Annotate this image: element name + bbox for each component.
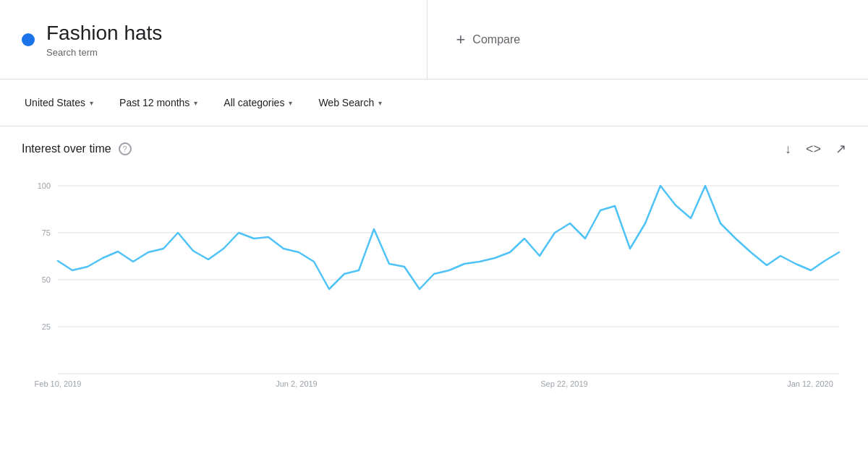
y-label-75: 75 bbox=[42, 228, 51, 237]
time-label: Past 12 months bbox=[119, 97, 190, 108]
compare-label: Compare bbox=[472, 33, 520, 46]
compare-button[interactable]: + Compare bbox=[456, 30, 521, 49]
help-icon-label: ? bbox=[123, 145, 127, 153]
y-label-25: 25 bbox=[42, 322, 51, 331]
search-term-title: Fashion hats bbox=[46, 21, 162, 46]
x-label-feb: Feb 10, 2019 bbox=[35, 379, 82, 388]
search-term-label: Search term bbox=[46, 47, 162, 58]
chart-title: Interest over time bbox=[22, 142, 111, 155]
trend-line bbox=[58, 186, 839, 289]
chart-section: Interest over time ? ↓ <> ↗ 100 75 50 bbox=[0, 126, 868, 395]
search-term-section: Fashion hats Search term bbox=[0, 0, 427, 79]
location-label: United States bbox=[25, 97, 85, 108]
term-color-dot bbox=[22, 33, 35, 46]
help-icon[interactable]: ? bbox=[119, 142, 132, 155]
x-label-jan: Jan 12, 2020 bbox=[787, 379, 833, 388]
y-label-50: 50 bbox=[42, 275, 51, 284]
category-filter[interactable]: All categories ▾ bbox=[213, 91, 302, 114]
chart-header: Interest over time ? ↓ <> ↗ bbox=[22, 141, 846, 157]
term-info: Fashion hats Search term bbox=[46, 21, 162, 58]
interest-chart: 100 75 50 25 Feb 10, 2019 Jun 2, 2019 Se… bbox=[22, 171, 846, 388]
x-label-sep: Sep 22, 2019 bbox=[540, 379, 587, 388]
time-chevron-icon: ▾ bbox=[194, 99, 197, 107]
header: Fashion hats Search term + Compare bbox=[0, 0, 868, 80]
chart-title-row: Interest over time ? bbox=[22, 142, 132, 155]
share-icon[interactable]: ↗ bbox=[835, 141, 846, 157]
x-label-jun: Jun 2, 2019 bbox=[276, 379, 318, 388]
category-label: All categories bbox=[224, 97, 284, 108]
search-type-chevron-icon: ▾ bbox=[378, 99, 382, 107]
location-filter[interactable]: United States ▾ bbox=[14, 91, 103, 114]
chart-container: 100 75 50 25 Feb 10, 2019 Jun 2, 2019 Se… bbox=[22, 171, 846, 388]
chart-actions: ↓ <> ↗ bbox=[785, 141, 846, 157]
y-label-100: 100 bbox=[38, 181, 51, 190]
search-type-filter[interactable]: Web Search ▾ bbox=[308, 91, 392, 114]
time-filter[interactable]: Past 12 months ▾ bbox=[109, 91, 208, 114]
filters-bar: United States ▾ Past 12 months ▾ All cat… bbox=[0, 80, 868, 126]
download-icon[interactable]: ↓ bbox=[785, 142, 791, 157]
location-chevron-icon: ▾ bbox=[90, 99, 93, 107]
compare-section: + Compare bbox=[427, 0, 869, 79]
search-type-label: Web Search bbox=[318, 97, 374, 108]
embed-icon[interactable]: <> bbox=[806, 142, 821, 157]
category-chevron-icon: ▾ bbox=[289, 99, 292, 107]
compare-plus-icon: + bbox=[456, 30, 466, 49]
